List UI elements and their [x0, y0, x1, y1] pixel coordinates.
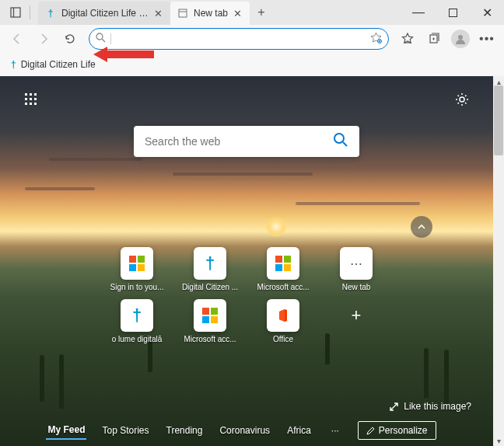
svg-point-14	[458, 35, 463, 40]
toolbar: •••	[0, 25, 504, 53]
svg-rect-4	[449, 9, 457, 16]
title-bar: † Digital Citizen Life in a digital wo ✕…	[0, 0, 504, 25]
tile-microsoft-acc-1[interactable]: Microsoft acc...	[252, 247, 314, 291]
scroll-down-icon[interactable]: ▾	[493, 435, 504, 446]
chevron-up-icon	[417, 222, 426, 232]
svg-rect-2	[179, 9, 187, 17]
svg-rect-19	[25, 98, 27, 100]
svg-point-5	[96, 33, 103, 40]
callout-arrow	[93, 45, 156, 73]
feed-trending[interactable]: Trending	[165, 422, 205, 439]
page-icon	[177, 7, 189, 19]
tab-tray-icon	[10, 7, 21, 18]
new-tab-page: Sign in to you... †Digital Citizen ... M…	[0, 76, 504, 446]
close-icon[interactable]: ✕	[152, 7, 164, 19]
tile-office[interactable]: Office	[252, 299, 314, 343]
tile-o-lume[interactable]: †o lume digitală	[106, 299, 168, 343]
bookmark-digital-citizen[interactable]: † Digital Citizen Life	[6, 56, 100, 73]
dagger-icon: †	[11, 59, 16, 70]
feed-coronavirus[interactable]: Coronavirus	[218, 422, 271, 439]
tile-microsoft-acc-2[interactable]: Microsoft acc...	[179, 299, 241, 343]
feed-top-stories[interactable]: Top Stories	[100, 422, 150, 439]
svg-point-26	[334, 134, 344, 143]
forward-icon	[37, 33, 50, 45]
close-icon[interactable]: ✕	[231, 7, 243, 19]
svg-rect-17	[30, 93, 32, 96]
search-icon	[96, 32, 106, 46]
dagger-icon: †	[205, 253, 215, 274]
tab-digital-citizen[interactable]: † Digital Citizen Life in a digital wo ✕	[38, 2, 170, 25]
svg-rect-20	[30, 98, 32, 100]
divider	[30, 5, 30, 19]
star-plus-icon	[401, 33, 414, 45]
feed-bar: My Feed Top Stories Trending Coronavirus…	[0, 421, 482, 440]
tile-digital-citizen[interactable]: †Digital Citizen ...	[179, 247, 241, 291]
svg-rect-18	[34, 93, 37, 96]
profile-button[interactable]	[448, 26, 473, 51]
dots-icon: ⋯	[350, 256, 362, 271]
back-button[interactable]	[5, 26, 30, 51]
svg-rect-21	[34, 98, 37, 100]
tile-new-tab[interactable]: ⋯New tab	[325, 247, 387, 291]
ntp-search-box[interactable]	[134, 126, 359, 157]
dagger-icon: †	[132, 305, 142, 326]
bookmark-label: Digital Citizen Life	[21, 59, 96, 70]
tile-add[interactable]: +	[325, 299, 387, 343]
tab-title: Digital Citizen Life in a digital wo	[61, 8, 149, 19]
microsoft-icon	[129, 256, 145, 271]
maximize-button[interactable]	[436, 0, 470, 25]
svg-rect-24	[34, 103, 37, 105]
close-button[interactable]: ✕	[470, 0, 504, 25]
microsoft-icon	[275, 256, 291, 271]
scrollbar-thumb[interactable]	[494, 85, 503, 155]
quick-links-grid: Sign in to you... †Digital Citizen ... M…	[106, 247, 387, 343]
refresh-button[interactable]	[58, 26, 82, 51]
like-image-button[interactable]: Like this image?	[389, 401, 471, 412]
svg-marker-15	[93, 47, 154, 62]
pencil-icon	[366, 427, 375, 435]
new-tab-button[interactable]: +	[250, 0, 273, 25]
divider	[110, 33, 111, 44]
dots-icon: •••	[479, 32, 495, 46]
personalize-button[interactable]: Personalize	[358, 421, 436, 440]
collections-button[interactable]	[422, 26, 446, 51]
svg-rect-0	[11, 8, 20, 17]
tile-sign-in[interactable]: Sign in to you...	[106, 247, 168, 291]
ntp-search-input[interactable]	[145, 135, 333, 148]
svg-rect-23	[30, 103, 32, 105]
feed-more-button[interactable]: ···	[327, 425, 344, 436]
tab-actions-icon[interactable]	[5, 2, 26, 23]
expand-icon	[389, 402, 399, 412]
avatar-icon	[451, 30, 470, 48]
feed-africa[interactable]: Africa	[285, 422, 313, 439]
settings-icon[interactable]	[453, 90, 471, 109]
collapse-tiles-button[interactable]	[411, 216, 432, 238]
omnibox-input[interactable]	[116, 33, 370, 45]
search-icon[interactable]	[333, 132, 348, 151]
svg-line-6	[102, 39, 105, 42]
tab-title: New tab	[194, 8, 228, 19]
tab-new-tab[interactable]: New tab ✕	[170, 2, 250, 25]
svg-rect-22	[25, 103, 27, 105]
feed-my-feed[interactable]: My Feed	[46, 421, 86, 440]
plus-icon: +	[352, 305, 362, 326]
scrollbar[interactable]: ▴ ▾	[493, 76, 504, 446]
minimize-button[interactable]: —	[401, 0, 436, 25]
collections-icon	[428, 33, 440, 45]
maximize-icon	[449, 9, 457, 17]
svg-rect-16	[25, 93, 27, 96]
favorites-button[interactable]	[395, 26, 420, 51]
office-icon	[275, 308, 291, 323]
back-icon	[11, 33, 23, 45]
svg-line-27	[343, 142, 347, 146]
bookmarks-bar: † Digital Citizen Life	[0, 53, 504, 76]
dagger-icon: †	[44, 7, 57, 19]
svg-point-25	[460, 97, 464, 102]
microsoft-icon	[202, 308, 218, 323]
favorite-icon[interactable]	[370, 32, 382, 47]
app-launcher-icon[interactable]	[22, 90, 40, 109]
forward-button[interactable]	[31, 26, 56, 51]
refresh-icon	[64, 33, 76, 45]
menu-button[interactable]: •••	[474, 26, 499, 51]
